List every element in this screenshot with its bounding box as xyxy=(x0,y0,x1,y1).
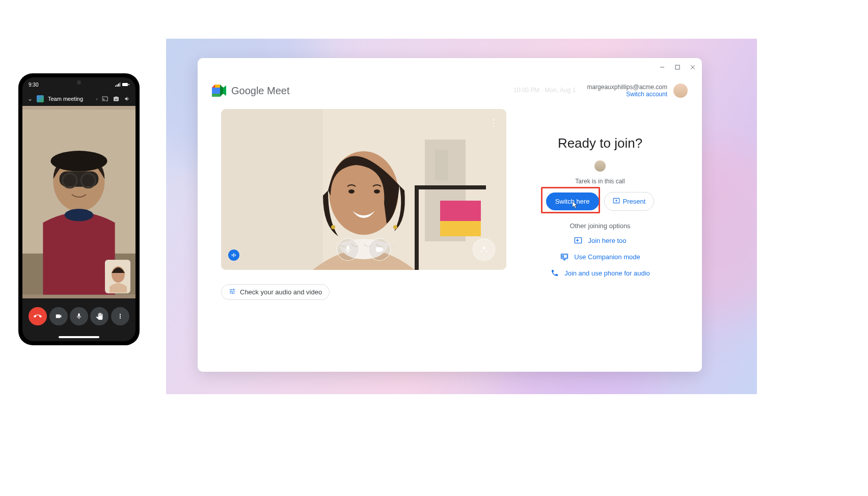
window-titlebar xyxy=(198,58,702,76)
svg-point-30 xyxy=(348,189,355,194)
companion-icon xyxy=(560,252,569,261)
present-button[interactable]: Present xyxy=(604,192,655,211)
meet-logo-icon xyxy=(212,85,226,97)
svg-rect-6 xyxy=(60,171,99,186)
check-audio-video-button[interactable]: Check your audio and video xyxy=(221,284,330,300)
add-screen-icon xyxy=(574,236,583,245)
speaker-icon[interactable] xyxy=(124,96,130,102)
svg-rect-24 xyxy=(440,201,481,221)
phone-device: 9:30 ⌄ Team meeting › xyxy=(18,73,140,345)
join-column: Ready to join? Tarek is in this call Swi… xyxy=(522,105,679,362)
svg-point-9 xyxy=(65,209,94,221)
signal-icon xyxy=(115,82,120,87)
close-button[interactable] xyxy=(690,64,696,70)
battery-icon xyxy=(122,82,129,87)
phone-time: 9:30 xyxy=(29,82,38,88)
chevron-right-icon: › xyxy=(96,96,98,102)
more-options-button[interactable] xyxy=(111,307,129,325)
phone-video-area xyxy=(22,106,135,298)
svg-rect-18 xyxy=(215,88,220,94)
svg-rect-1 xyxy=(128,84,129,85)
svg-rect-17 xyxy=(212,88,215,94)
phone-meet-header: ⌄ Team meeting › xyxy=(22,92,135,106)
mic-button[interactable] xyxy=(337,238,359,261)
svg-rect-27 xyxy=(415,189,419,270)
tune-icon xyxy=(229,288,236,296)
phone-audio-option[interactable]: Join and use phone for audio xyxy=(550,268,650,278)
phone-audio-label: Join and use phone for audio xyxy=(564,269,650,277)
in-call-text: Tarek is in this call xyxy=(575,178,625,185)
join-here-label: Join here too xyxy=(588,237,626,244)
preview-controls xyxy=(337,238,391,261)
raise-hand-button[interactable] xyxy=(90,307,108,325)
svg-rect-22 xyxy=(221,109,323,270)
svg-rect-20 xyxy=(215,94,220,97)
svg-point-31 xyxy=(374,189,380,194)
preview-more-icon[interactable]: ⋮ xyxy=(489,117,498,128)
phone-status-bar: 9:30 xyxy=(22,77,135,92)
end-call-button[interactable] xyxy=(29,307,47,325)
meet-app-window: Google Meet margeauxphillips@acme.com Sw… xyxy=(198,58,702,372)
other-options-label: Other joining options xyxy=(569,222,630,230)
svg-rect-28 xyxy=(435,150,448,180)
desktop-background: Google Meet margeauxphillips@acme.com Sw… xyxy=(166,39,757,394)
switch-account-link[interactable]: Switch account xyxy=(626,91,667,98)
app-header: Google Meet margeauxphillips@acme.com Sw… xyxy=(198,76,702,105)
home-indicator[interactable] xyxy=(59,336,99,338)
faded-datetime: 10:00 PM · Mon, Aug 1 xyxy=(513,87,576,94)
svg-point-33 xyxy=(393,225,397,229)
user-avatar[interactable] xyxy=(673,84,688,98)
video-preview: ⋮ xyxy=(221,109,506,270)
self-view-pip[interactable] xyxy=(105,260,130,293)
mic-toggle-button[interactable] xyxy=(70,307,88,325)
phone-audio-icon xyxy=(550,268,559,278)
voice-indicator-icon xyxy=(228,250,239,261)
status-icons xyxy=(115,82,129,87)
svg-rect-16 xyxy=(215,85,220,88)
join-buttons: Switch here Present xyxy=(546,192,655,211)
svg-rect-13 xyxy=(675,65,680,69)
phone-screen: 9:30 ⌄ Team meeting › xyxy=(22,77,135,341)
svg-point-5 xyxy=(51,151,107,171)
option-list: Join here too Use Companion mode Join an… xyxy=(550,236,650,278)
app-brand: Google Meet xyxy=(212,85,290,97)
join-here-too-option[interactable]: Join here too xyxy=(574,236,626,245)
cast-icon[interactable] xyxy=(102,96,108,102)
switch-here-button[interactable]: Switch here xyxy=(546,192,599,210)
phone-call-controls xyxy=(22,298,135,334)
companion-mode-option[interactable]: Use Companion mode xyxy=(560,252,640,261)
svg-rect-37 xyxy=(562,255,564,257)
switch-camera-icon[interactable] xyxy=(113,96,119,102)
participant-avatar xyxy=(594,160,606,172)
cursor-icon xyxy=(573,202,578,210)
main-content: ⋮ xyxy=(198,105,702,372)
ready-title: Ready to join? xyxy=(558,135,642,151)
effects-button[interactable] xyxy=(473,238,495,261)
present-label: Present xyxy=(623,198,646,205)
svg-rect-25 xyxy=(440,221,481,236)
svg-rect-26 xyxy=(415,185,486,189)
svg-rect-36 xyxy=(235,254,236,256)
svg-rect-35 xyxy=(233,253,234,257)
meeting-title: Team meeting xyxy=(48,96,92,102)
check-av-label: Check your audio and video xyxy=(240,288,322,296)
video-toggle-button[interactable] xyxy=(49,307,68,325)
meet-logo-icon xyxy=(37,95,44,102)
maximize-button[interactable] xyxy=(674,64,681,70)
minimize-button[interactable] xyxy=(659,64,665,70)
svg-point-32 xyxy=(331,225,335,229)
preview-column: ⋮ xyxy=(221,105,506,362)
svg-rect-34 xyxy=(232,254,233,256)
brand-text: Google Meet xyxy=(231,85,290,97)
camera-notch xyxy=(77,80,81,85)
chevron-down-icon[interactable]: ⌄ xyxy=(28,95,33,102)
user-email: margeauxphillips@acme.com xyxy=(587,84,667,91)
present-icon xyxy=(613,197,620,206)
account-area: margeauxphillips@acme.com Switch account xyxy=(587,84,688,98)
svg-rect-0 xyxy=(122,83,128,86)
camera-button[interactable] xyxy=(368,238,391,261)
companion-label: Use Companion mode xyxy=(574,253,640,261)
